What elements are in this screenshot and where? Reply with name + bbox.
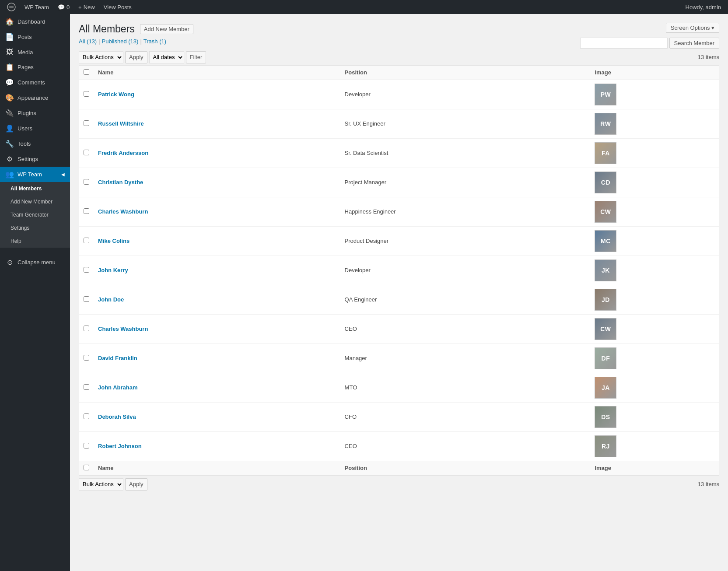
row-checkbox-5[interactable]	[84, 208, 89, 214]
row-checkbox-cell	[79, 226, 94, 256]
select-all-checkbox-bottom[interactable]	[84, 465, 89, 470]
member-name-cell: Fredrik Andersson	[94, 138, 340, 168]
row-checkbox-6[interactable]	[84, 238, 89, 243]
sidebar-item-wp-team[interactable]: 👥 WP Team ◀	[0, 167, 70, 182]
page-title-wrap: All Members Add New Member	[79, 23, 193, 36]
sidebar-item-pages[interactable]: 📋 Pages	[0, 60, 70, 75]
name-column-footer[interactable]: Name	[94, 461, 340, 475]
table-row: Russell Wiltshire Sr. UX Engineer RW	[79, 109, 719, 138]
apply-button-top[interactable]: Apply	[125, 51, 147, 63]
wp-logo[interactable]	[4, 0, 19, 14]
sidebar-item-label: Settings	[18, 156, 38, 162]
member-name-link[interactable]: Deborah Silva	[98, 413, 136, 420]
member-name-link[interactable]: Patrick Wong	[98, 91, 134, 98]
submenu-item-settings[interactable]: Settings	[0, 221, 70, 235]
collapse-menu[interactable]: ⊙ Collapse menu	[0, 255, 70, 270]
sidebar-item-label: Appearance	[18, 95, 48, 101]
member-name-link[interactable]: David Franklin	[98, 355, 137, 361]
row-checkbox-1[interactable]	[84, 91, 89, 97]
name-column-header[interactable]: Name	[94, 65, 340, 80]
select-all-header[interactable]	[79, 65, 94, 80]
member-avatar: MC	[595, 230, 616, 252]
bulk-actions-select[interactable]: Bulk Actions	[79, 51, 123, 63]
member-position-cell: Project Manager	[340, 168, 591, 197]
apply-button-bottom[interactable]: Apply	[125, 478, 147, 490]
member-position-cell: Product Designer	[340, 226, 591, 256]
search-member-input[interactable]	[580, 38, 668, 49]
member-name-link[interactable]: John Kerry	[98, 267, 128, 273]
position-column-header[interactable]: Position	[340, 65, 591, 80]
row-checkbox-4[interactable]	[84, 179, 89, 185]
filter-all[interactable]: All (13)	[79, 38, 97, 45]
member-name-cell: David Franklin	[94, 343, 340, 373]
site-name[interactable]: WP Team	[21, 0, 52, 14]
comments-count[interactable]: 💬 0	[54, 0, 73, 14]
row-checkbox-10[interactable]	[84, 355, 89, 361]
sidebar-item-media[interactable]: 🖼 Media	[0, 45, 70, 60]
pages-icon: 📋	[5, 63, 14, 71]
member-position-cell: Sr. UX Engineer	[340, 109, 591, 138]
member-avatar: JK	[595, 259, 616, 281]
add-new-member-button[interactable]: Add New Member	[140, 24, 193, 34]
sidebar-item-dashboard[interactable]: 🏠 Dashboard	[0, 14, 70, 29]
table-row: Christian Dysthe Project Manager CD	[79, 168, 719, 197]
member-position-cell: CEO	[340, 314, 591, 343]
view-posts[interactable]: View Posts	[100, 0, 135, 14]
sidebar-item-tools[interactable]: 🔧 Tools	[0, 136, 70, 151]
row-checkbox-11[interactable]	[84, 384, 89, 390]
member-position-cell: QA Engineer	[340, 285, 591, 314]
date-filter-select[interactable]: All dates	[149, 51, 184, 63]
row-checkbox-2[interactable]	[84, 120, 89, 126]
filter-published[interactable]: Published (13)	[102, 38, 139, 45]
submenu-item-team-generator[interactable]: Team Generator	[0, 208, 70, 221]
member-name-link[interactable]: Robert Johnson	[98, 443, 142, 449]
row-checkbox-cell	[79, 402, 94, 431]
member-name-link[interactable]: Mike Colins	[98, 238, 130, 244]
member-name-link[interactable]: Charles Washburn	[98, 208, 148, 215]
chevron-icon: ◀	[61, 172, 65, 177]
row-checkbox-8[interactable]	[84, 296, 89, 302]
table-row: Robert Johnson CEO RJ	[79, 431, 719, 461]
member-image-cell: DS	[590, 402, 719, 431]
row-checkbox-7[interactable]	[84, 267, 89, 273]
row-checkbox-13[interactable]	[84, 443, 89, 448]
bulk-actions-select-bottom[interactable]: Bulk Actions	[79, 478, 123, 490]
member-image-cell: RW	[590, 109, 719, 138]
status-filter-links: All (13) | Published (13) | Trash (1)	[79, 38, 166, 45]
sidebar-item-users[interactable]: 👤 Users	[0, 121, 70, 136]
new-item[interactable]: + New	[75, 0, 98, 14]
member-name-link[interactable]: John Doe	[98, 296, 124, 303]
users-icon: 👤	[5, 124, 14, 133]
members-table: Name Position Image Patrick Wong Develop…	[79, 65, 719, 476]
select-all-checkbox[interactable]	[84, 69, 89, 75]
row-checkbox-12[interactable]	[84, 413, 89, 419]
select-all-footer[interactable]	[79, 461, 94, 475]
search-member-button[interactable]: Search Member	[669, 38, 719, 49]
position-column-footer[interactable]: Position	[340, 461, 591, 475]
screen-options-button[interactable]: Screen Options ▾	[666, 23, 719, 33]
member-position-cell: Developer	[340, 256, 591, 285]
submenu-item-all-members[interactable]: All Members	[0, 182, 70, 195]
member-image-cell: PW	[590, 80, 719, 109]
submenu-item-add-new[interactable]: Add New Member	[0, 195, 70, 208]
row-checkbox-9[interactable]	[84, 326, 89, 331]
sidebar-item-appearance[interactable]: 🎨 Appearance	[0, 90, 70, 105]
main-content: All Members Add New Member Screen Option…	[70, 14, 728, 571]
sidebar-item-posts[interactable]: 📄 Posts	[0, 29, 70, 45]
member-image-cell: FA	[590, 138, 719, 168]
member-name-cell: John Doe	[94, 285, 340, 314]
sidebar-item-settings[interactable]: ⚙ Settings	[0, 151, 70, 167]
member-name-link[interactable]: Christian Dysthe	[98, 179, 143, 186]
member-name-link[interactable]: Charles Washburn	[98, 326, 148, 332]
member-name-link[interactable]: Russell Wiltshire	[98, 120, 144, 127]
row-checkbox-3[interactable]	[84, 150, 89, 155]
member-name-link[interactable]: John Abraham	[98, 384, 138, 391]
member-name-link[interactable]: Fredrik Andersson	[98, 150, 148, 156]
sidebar-item-comments[interactable]: 💬 Comments	[0, 75, 70, 90]
filter-button[interactable]: Filter	[186, 51, 206, 63]
submenu-item-help[interactable]: Help	[0, 235, 70, 248]
filter-trash[interactable]: Trash (1)	[144, 38, 166, 45]
sidebar-item-plugins[interactable]: 🔌 Plugins	[0, 105, 70, 121]
sidebar-item-label: Comments	[18, 79, 45, 86]
table-row: Charles Washburn CEO CW	[79, 314, 719, 343]
